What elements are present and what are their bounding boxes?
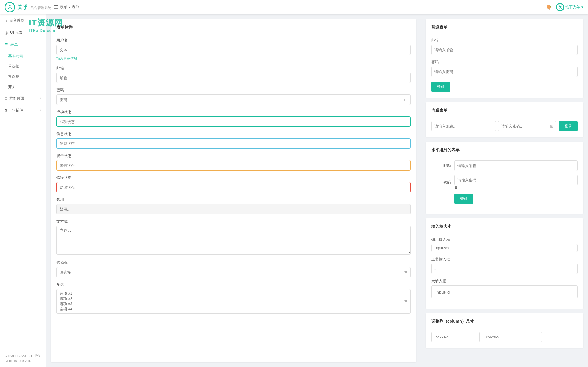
col-xs5-input[interactable] [482, 332, 542, 342]
password-wrapper: ⊞ [56, 94, 411, 105]
success-state-group: 成功状态 [56, 109, 411, 127]
top-nav-right: 关 笔下光年 ▾ [547, 3, 583, 11]
email-input[interactable] [56, 73, 411, 83]
textarea-input[interactable] [56, 226, 411, 255]
normal-input-group: 正常输入框 [431, 257, 578, 274]
logo-area: 关 关乎 后台管理系统 [5, 2, 51, 12]
normal-input[interactable] [431, 264, 578, 274]
small-input[interactable] [431, 244, 578, 252]
page-icon: □ [5, 96, 7, 101]
horizontal-form-title: 水平排列的表单 [431, 147, 578, 156]
inline-email-input[interactable] [431, 121, 496, 131]
small-input-group: 偏小输入框 [431, 237, 578, 252]
normal-password-input[interactable] [431, 67, 578, 77]
inline-form-card: 内联表单 ⊞ 登录 [426, 102, 583, 137]
select-input[interactable]: 请选择 选项1 选项2 [56, 267, 411, 277]
sidebar-form-label: 表单 [10, 42, 18, 47]
success-label: 成功状态 [56, 109, 411, 115]
copyright-text: Copyright © 2019. IT书包 All rights reserv… [5, 354, 40, 363]
normal-email-group: 邮箱 [431, 38, 578, 55]
multi-option-4[interactable]: 选项 #4 [60, 307, 407, 312]
hform-password-input[interactable] [454, 175, 578, 185]
select-label: 选择框 [56, 260, 411, 265]
normal-eye-icon[interactable]: ⊞ [571, 69, 575, 74]
hform-login-button[interactable]: 登录 [454, 194, 473, 204]
large-input[interactable] [431, 285, 578, 298]
breadcrumb: 表单 · 表单 [54, 4, 547, 10]
sidebar-item-plugin[interactable]: ⚙ JS 插件 [0, 104, 46, 116]
multiselect-input[interactable]: 选项 #1 选项 #2 选项 #3 选项 #4 [56, 289, 411, 314]
user-area[interactable]: 关 笔下光年 ▾ [556, 3, 583, 11]
inline-login-button[interactable]: 登录 [559, 121, 578, 131]
sidebar-item-home[interactable]: 后台首页 [0, 14, 46, 27]
sidebar-switch-label: 开关 [8, 85, 16, 89]
error-state-group: 错误状态 [56, 175, 411, 192]
col-xs4-input[interactable] [431, 332, 480, 342]
sidebar-item-form[interactable]: 表单 [0, 39, 46, 51]
error-label: 错误状态 [56, 175, 411, 180]
inline-eye-icon[interactable]: ⊞ [550, 124, 553, 128]
inline-form-title: 内联表单 [431, 108, 578, 116]
sidebar-ui-label: UI 元素 [10, 30, 22, 35]
normal-login-button[interactable]: 登录 [431, 82, 450, 92]
sidebar-subitem-single[interactable]: 单选框 [0, 61, 46, 71]
multi-option-3[interactable]: 选项 #3 [60, 301, 407, 307]
password-group: 密码 ⊞ [56, 88, 411, 105]
normal-pw-wrapper: ⊞ [431, 67, 578, 77]
error-input[interactable] [56, 182, 411, 192]
sidebar-multi-label: 复选框 [8, 74, 19, 79]
sidebar-subitem-switch[interactable]: 开关 [0, 82, 46, 92]
textarea-group: 文本域 [56, 219, 411, 256]
large-input-label: 大输入框 [431, 279, 578, 284]
logo-letter: 关 [8, 5, 12, 10]
theme-icon[interactable] [547, 5, 551, 10]
main-layout: 后台首页 UI 元素 表单 基本元素 单选框 复选框 开关 □ 示例页面 [0, 14, 588, 367]
hform-email-input[interactable] [454, 160, 578, 171]
hform-email-wrap [454, 160, 578, 171]
hform-pw-wrap: ⊞ [454, 175, 578, 190]
normal-email-input[interactable] [431, 45, 578, 55]
warning-state-group: 警告状态 [56, 153, 411, 171]
sidebar-item-ui[interactable]: UI 元素 [0, 27, 46, 39]
password-label: 密码 [56, 88, 411, 93]
plugin-icon: ⚙ [5, 108, 8, 113]
brand-name-area: 关乎 后台管理系统 [17, 4, 51, 11]
right-section: 普通表单 邮箱 密码 ⊞ 登录 内联表单 [421, 14, 588, 367]
horizontal-form-card: 水平排列的表单 邮箱 密码 ⊞ [426, 142, 583, 214]
select-group: 选择框 请选择 选项1 选项2 [56, 260, 411, 277]
password-input[interactable] [56, 94, 411, 105]
large-input-group: 大输入框 [431, 279, 578, 298]
hform-eye-icon[interactable]: ⊞ [454, 185, 457, 190]
inline-password-input[interactable] [498, 121, 556, 131]
hform-button-row: 登录 [431, 194, 578, 204]
brand-subtitle: 后台管理系统 [31, 6, 51, 10]
warning-input[interactable] [56, 160, 411, 171]
eye-icon[interactable]: ⊞ [404, 97, 408, 102]
info-input[interactable] [56, 138, 411, 149]
sidebar-item-example[interactable]: □ 示例页面 [0, 92, 46, 104]
email-group: 邮箱 [56, 66, 411, 83]
sidebar-subitem-multi[interactable]: 复选框 [0, 71, 46, 82]
multi-option-1[interactable]: 选项 #1 [60, 291, 407, 296]
breadcrumb-separator: · [69, 5, 70, 10]
normal-form-title: 普通表单 [431, 25, 578, 33]
multi-option-2[interactable]: 选项 #2 [60, 296, 407, 301]
breadcrumb-item-1: 表单 [60, 5, 67, 10]
col-size-card: 调整列（column）尺寸 [426, 313, 583, 348]
username-input[interactable] [56, 45, 411, 55]
info-label: 信息状态 [56, 131, 411, 137]
inline-pw-wrapper: ⊞ [498, 121, 556, 131]
disabled-label: 禁用 [56, 197, 411, 202]
breadcrumb-item-2: 表单 [72, 5, 79, 10]
more-info-link[interactable]: 输入更多信息 [56, 56, 411, 61]
sidebar-home-label: 后台首页 [9, 18, 24, 23]
hform-password-row: 密码 ⊞ [431, 175, 578, 190]
success-input[interactable] [56, 116, 411, 127]
sidebar-copyright: Copyright © 2019. IT书包 All rights reserv… [0, 350, 46, 367]
normal-password-group: 密码 ⊞ [431, 60, 578, 77]
sidebar-subitem-basic[interactable]: 基本元素 [0, 51, 46, 61]
user-name[interactable]: 笔下光年 ▾ [565, 5, 583, 10]
menu-icon[interactable] [54, 4, 58, 10]
sidebar: 后台首页 UI 元素 表单 基本元素 单选框 复选框 开关 □ 示例页面 [0, 14, 46, 367]
sidebar-example-label: 示例页面 [9, 96, 24, 101]
